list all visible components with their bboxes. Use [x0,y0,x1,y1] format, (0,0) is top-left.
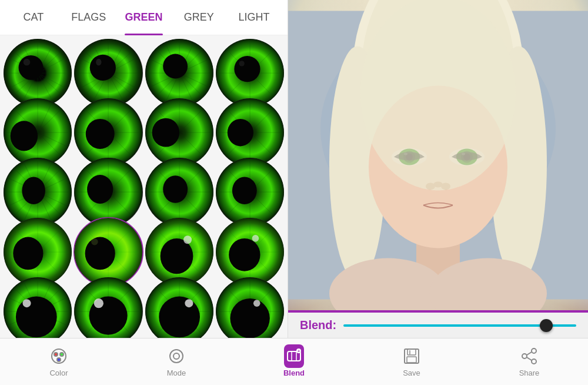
svg-point-251 [253,300,260,307]
eye-option-6[interactable] [74,98,142,167]
svg-point-88 [86,119,115,149]
eye-option-12[interactable] [216,158,284,226]
toolbar-mode-icon [166,346,186,366]
tab-green-label: GREEN [125,11,162,23]
toolbar-save-icon [402,346,422,366]
blend-label: Blend: [300,318,336,332]
eye-option-4[interactable] [216,39,284,107]
svg-point-293 [532,359,536,364]
svg-point-166 [13,237,43,270]
svg-point-18 [24,59,31,66]
svg-point-176 [85,237,115,270]
eye-grid [0,35,288,338]
svg-line-295 [527,357,532,360]
toolbar-item-save[interactable]: Save [353,341,470,382]
person-photo [288,0,588,310]
toolbar-color-icon [49,346,69,366]
svg-point-218 [23,299,31,307]
eye-option-18[interactable] [74,277,142,338]
svg-point-199 [252,235,259,242]
tab-cat[interactable]: CAT [6,5,61,29]
svg-point-66 [239,61,244,66]
left-panel: CAT FLAGS GREEN GREY LIGHT [0,0,288,338]
svg-point-279 [57,358,61,361]
eye-option-17[interactable] [4,277,72,338]
toolbar-share-icon [519,346,539,366]
toolbar-item-mode[interactable]: Mode [118,341,235,382]
eye-option-16[interactable] [216,218,284,286]
eye-option-2[interactable] [74,39,142,107]
toolbar-blend-icon: + [284,346,304,366]
svg-point-55 [163,54,188,79]
svg-point-98 [152,118,179,147]
svg-point-278 [60,353,64,356]
toolbar-color-label: Color [49,369,68,377]
svg-point-126 [22,177,45,205]
main-area: CAT FLAGS GREEN GREY LIGHT [0,0,588,338]
svg-point-36 [90,55,116,81]
eye-option-8[interactable] [216,98,284,167]
eye-option-3[interactable] [145,39,213,107]
svg-point-280 [170,350,183,363]
svg-point-108 [228,119,253,147]
svg-point-17 [19,55,44,80]
svg-point-239 [159,296,200,337]
tab-cat-label: CAT [24,11,44,23]
eye-option-10[interactable] [74,158,142,226]
eye-option-20[interactable] [216,277,284,338]
svg-point-177 [91,238,98,245]
toolbar-share-label: Share [519,369,540,377]
photo-area [288,0,588,310]
toolbar-mode-label: Mode [167,369,186,377]
right-panel: Blend: [288,0,588,338]
svg-rect-289 [407,357,416,363]
toolbar-item-share[interactable]: Share [470,341,588,382]
eye-option-5[interactable] [4,98,72,167]
blend-bar: Blend: [288,311,588,338]
toolbar-item-color[interactable]: Color [0,341,118,382]
svg-point-78 [11,121,38,151]
tab-grey-label: GREY [184,11,214,23]
svg-point-37 [96,59,101,66]
svg-point-136 [87,175,113,204]
tab-flags-label: FLAGS [71,11,106,23]
svg-point-277 [54,353,58,356]
eye-option-7[interactable] [145,98,213,167]
svg-point-188 [183,235,192,244]
tab-flags[interactable]: FLAGS [61,5,116,29]
svg-point-229 [94,298,103,308]
eye-option-13[interactable] [4,218,72,286]
toolbar-item-blend[interactable]: + Blend [235,341,353,382]
svg-point-240 [185,299,193,307]
eye-option-19[interactable] [145,277,213,338]
eye-option-9[interactable] [4,158,72,226]
eye-option-11[interactable] [145,158,213,226]
tab-bar: CAT FLAGS GREEN GREY LIGHT [0,0,288,35]
svg-point-291 [532,349,536,353]
tab-light[interactable]: LIGHT [226,5,282,29]
svg-point-156 [232,177,257,205]
svg-point-198 [229,238,260,271]
svg-line-294 [527,352,532,355]
blend-slider-track[interactable] [343,324,576,327]
toolbar-blend-label: Blend [283,369,305,377]
tab-green[interactable]: GREEN [116,5,172,29]
eye-option-14[interactable] [74,218,142,286]
svg-point-65 [234,56,260,82]
svg-rect-288 [407,349,416,355]
svg-point-275 [360,0,516,191]
eye-option-15[interactable] [145,218,213,286]
svg-point-250 [230,298,269,338]
eye-option-1[interactable] [4,39,72,107]
bottom-toolbar: Color Mode + Blend [0,338,588,385]
svg-text:+: + [298,349,300,353]
svg-point-146 [163,176,188,204]
svg-point-292 [522,354,527,359]
blend-slider-thumb[interactable] [540,319,553,332]
svg-point-281 [173,353,179,359]
svg-point-217 [16,296,57,337]
tab-light-label: LIGHT [239,11,270,23]
tab-grey[interactable]: GREY [171,5,226,29]
toolbar-save-label: Save [403,369,420,377]
